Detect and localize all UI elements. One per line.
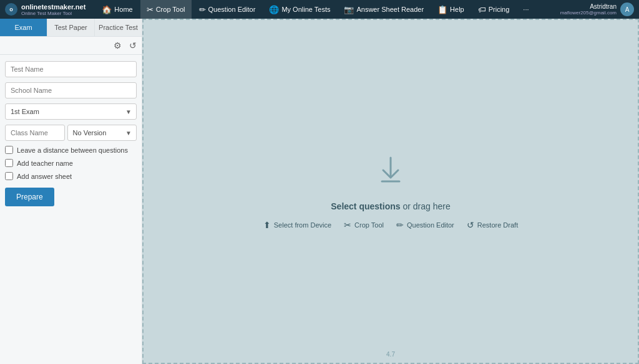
drop-text-strong: Select questions: [331, 201, 400, 211]
user-email: maflower205@gmail.com: [560, 10, 617, 16]
nav-item-help[interactable]: 📋Help: [431, 0, 471, 19]
prepare-button[interactable]: Prepare: [5, 188, 54, 206]
nav-item-crop[interactable]: ✂Crop Tool: [140, 0, 192, 19]
logo-name: onlinetestmaker.net: [21, 3, 85, 11]
version-select[interactable]: No Version Version A Version B: [67, 125, 137, 141]
test-name-input[interactable]: [5, 61, 137, 77]
content-area[interactable]: Select questions or drag here ⬆Select fr…: [142, 19, 639, 364]
checkbox-answer-label: Add answer sheet: [17, 173, 72, 180]
checkbox-teacher-input[interactable]: [5, 159, 13, 167]
upload-icon: ⬆: [263, 220, 271, 230]
drop-actions: ⬆Select from Device✂Crop Tool✏Question E…: [263, 220, 518, 230]
home-icon: 🏠: [102, 5, 112, 14]
drop-action-0[interactable]: ⬆Select from Device: [263, 220, 331, 230]
sidebar-content: 1st Exam 2nd Exam 3rd Exam Final Exam ▼ …: [0, 55, 142, 213]
class-select-wrap: [5, 125, 65, 141]
refresh-icon[interactable]: ↺: [127, 39, 139, 52]
main: ExamTest PaperPractice Test ⚙ ↺ 1st Exam…: [0, 19, 639, 364]
user-name: Astridtran: [560, 3, 617, 10]
drop-action-label-3: Restore Draft: [477, 221, 518, 229]
settings-icon[interactable]: ⚙: [111, 39, 124, 52]
drop-action-1[interactable]: ✂Crop Tool: [344, 220, 384, 230]
checkbox-distance-label: Leave a distance between questions: [17, 146, 128, 154]
checkbox-distance: Leave a distance between questions: [5, 146, 137, 154]
nav-item-question[interactable]: ✏Question Editor: [193, 0, 262, 19]
logo-icon: o: [5, 3, 17, 16]
tabs: ExamTest PaperPractice Test: [0, 19, 142, 37]
question-icon: ✏: [199, 5, 206, 14]
help-icon: 📋: [437, 5, 447, 14]
checkbox-distance-input[interactable]: [5, 146, 13, 154]
tab-practice-test[interactable]: Practice Test: [95, 19, 142, 36]
crop-icon: ✂: [344, 220, 351, 230]
mytests-icon: 🌐: [269, 5, 279, 14]
checkbox-teacher-label: Add teacher name: [17, 160, 73, 167]
class-name-input[interactable]: [5, 125, 65, 141]
drop-text: Select questions or drag here: [331, 201, 450, 211]
drop-action-3[interactable]: ↺Restore Draft: [467, 220, 518, 230]
nav-label-question: Question Editor: [208, 6, 256, 13]
drop-area: Select questions or drag here ⬆Select fr…: [263, 153, 518, 230]
nav: 🏠Home✂Crop Tool✏Question Editor🌐My Onlin…: [95, 0, 560, 19]
pencil-icon: ✏: [396, 220, 404, 230]
class-version-row: No Version Version A Version B ▼: [5, 125, 137, 141]
exam-select[interactable]: 1st Exam 2nd Exam 3rd Exam Final Exam: [5, 103, 137, 120]
drop-action-label-0: Select from Device: [274, 221, 331, 229]
version-label: 4.7: [386, 351, 395, 358]
drop-action-label-2: Question Editor: [407, 221, 454, 229]
nav-item-mytests[interactable]: 🌐My Online Tests: [263, 0, 336, 19]
tab-test-paper[interactable]: Test Paper: [47, 19, 95, 36]
logo-sub: Online Test Maker Tool: [21, 11, 85, 16]
exam-select-wrap: 1st Exam 2nd Exam 3rd Exam Final Exam ▼: [5, 103, 137, 120]
user-avatar[interactable]: A: [620, 2, 634, 16]
checkbox-answer-input[interactable]: [5, 172, 13, 180]
nav-label-help: Help: [450, 6, 464, 13]
drop-action-2[interactable]: ✏Question Editor: [396, 220, 454, 230]
download-icon: [373, 153, 408, 193]
nav-item-pricing[interactable]: 🏷Pricing: [472, 0, 516, 19]
drop-text-rest: or drag here: [401, 201, 451, 211]
sidebar-settings: ⚙ ↺: [0, 37, 142, 55]
answer-icon: 📷: [344, 5, 354, 14]
nav-item-home[interactable]: 🏠Home: [95, 0, 139, 19]
tab-exam[interactable]: Exam: [0, 19, 47, 36]
nav-dots[interactable]: ···: [517, 0, 535, 19]
version-select-wrap: No Version Version A Version B ▼: [67, 125, 137, 141]
nav-label-home: Home: [114, 6, 132, 13]
nav-item-answer[interactable]: 📷Answer Sheet Reader: [338, 0, 430, 19]
header: o onlinetestmaker.net Online Test Maker …: [0, 0, 639, 19]
school-name-input[interactable]: [5, 82, 137, 98]
logo-area: o onlinetestmaker.net Online Test Maker …: [5, 3, 85, 16]
nav-label-pricing: Pricing: [489, 6, 510, 13]
sidebar: ExamTest PaperPractice Test ⚙ ↺ 1st Exam…: [0, 19, 142, 364]
user-area: Astridtran maflower205@gmail.com A: [560, 2, 634, 16]
checkbox-teacher: Add teacher name: [5, 159, 137, 167]
logo-text: onlinetestmaker.net Online Test Maker To…: [21, 3, 85, 16]
checkbox-answer: Add answer sheet: [5, 172, 137, 180]
nav-label-mytests: My Online Tests: [281, 6, 330, 13]
drop-action-label-1: Crop Tool: [354, 221, 384, 229]
pricing-icon: 🏷: [478, 5, 486, 14]
crop-icon: ✂: [147, 5, 154, 14]
restore-icon: ↺: [467, 220, 474, 230]
nav-label-crop: Crop Tool: [156, 6, 185, 13]
nav-label-answer: Answer Sheet Reader: [356, 6, 424, 13]
